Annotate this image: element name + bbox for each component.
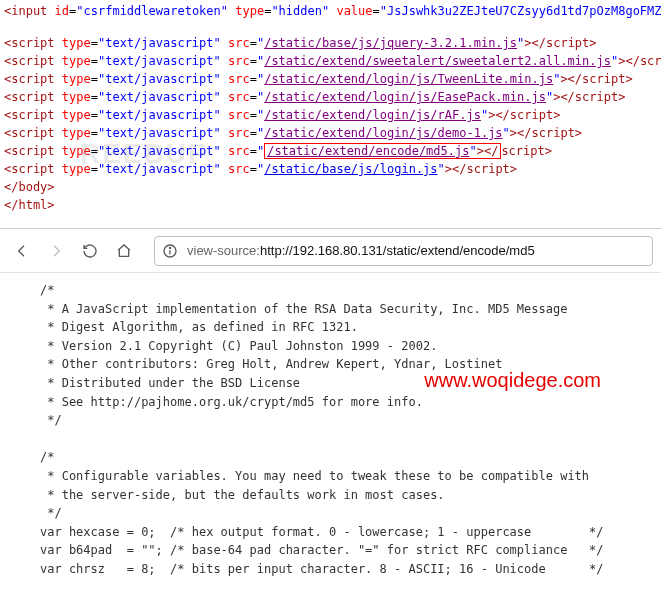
source-line-script: <script type="text/javascript" src="/sta… <box>4 106 657 124</box>
browser-toolbar: view-source:http://192.168.80.131/static… <box>0 229 661 273</box>
source-line-script: <script type="text/javascript" src="/sta… <box>4 124 657 142</box>
source-line-script: <script type="text/javascript" src="/sta… <box>4 34 657 52</box>
home-button[interactable] <box>110 237 138 265</box>
forward-button[interactable] <box>42 237 70 265</box>
source-line-script: <script type="text/javascript" src="/sta… <box>4 142 657 160</box>
script-src-link[interactable]: /static/extend/login/js/rAF.js <box>264 108 481 122</box>
url-protocol: view-source: <box>187 243 260 258</box>
overlay-watermark-link: www.woqidege.com <box>424 369 601 392</box>
svg-point-2 <box>169 247 170 248</box>
url-text: view-source:http://192.168.80.131/static… <box>187 243 535 258</box>
source-line-close-html: </html> <box>4 196 657 214</box>
source-line-script: <script type="text/javascript" src="/sta… <box>4 160 657 178</box>
source-line-script: <script type="text/javascript" src="/sta… <box>4 52 657 70</box>
source-line-close-body: </body> <box>4 178 657 196</box>
script-src-link[interactable]: /static/extend/login/js/demo-1.js <box>264 126 502 140</box>
script-src-link[interactable]: /static/extend/login/js/EasePack.min.js <box>264 90 546 104</box>
source-line-script: <script type="text/javascript" src="/sta… <box>4 70 657 88</box>
script-src-link[interactable]: /static/extend/sweetalert/sweetalert2.al… <box>264 54 611 68</box>
source-line-input: <input id="csrfmiddlewaretoken" type="hi… <box>4 2 657 20</box>
url-path: http://192.168.80.131/static/extend/enco… <box>260 243 535 258</box>
info-icon[interactable] <box>161 242 179 260</box>
reload-button[interactable] <box>76 237 104 265</box>
script-src-link[interactable]: /static/extend/login/js/TweenLite.min.js <box>264 72 553 86</box>
html-source-snippet: <input id="csrfmiddlewaretoken" type="hi… <box>0 0 661 216</box>
url-bar[interactable]: view-source:http://192.168.80.131/static… <box>154 236 653 266</box>
view-source-body: /* * A JavaScript implementation of the … <box>0 273 661 600</box>
script-src-link[interactable]: /static/base/js/login.js <box>264 162 437 176</box>
source-line-script: <script type="text/javascript" src="/sta… <box>4 88 657 106</box>
script-src-link[interactable]: /static/base/js/jquery-3.2.1.min.js <box>264 36 517 50</box>
back-button[interactable] <box>8 237 36 265</box>
script-src-link[interactable]: /static/extend/encode/md5.js <box>267 144 469 158</box>
